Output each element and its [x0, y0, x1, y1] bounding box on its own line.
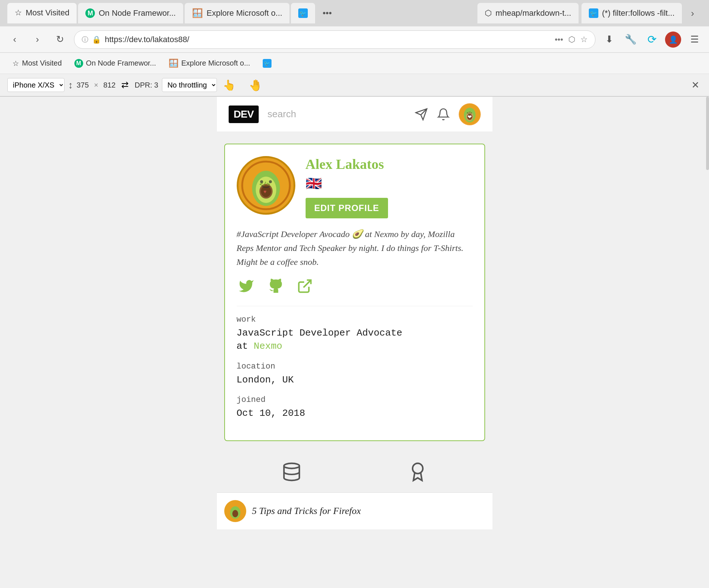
bookmark-favicon-microsoft: 🪟 [169, 59, 178, 68]
back-button[interactable]: ‹ [6, 31, 23, 48]
cursor-position-indicator: ↕ [68, 79, 73, 91]
mobile-viewport: DEV search [217, 97, 492, 536]
dev-toolbar: iPhone X/XS ↕ 375 × 812 ⇄ DPR: 3 No thro… [0, 74, 709, 97]
posts-icon[interactable] [281, 462, 302, 484]
browser-actions: ⬇ 🔧 ⟳ 👤 ☰ [601, 31, 703, 48]
profile-info: Alex Lakatos 🇬🇧 EDIT PROFILE [306, 156, 473, 218]
location-label: location [237, 362, 473, 371]
tab-label-most-visited: Most Visited [26, 8, 69, 18]
bookmark-medium[interactable]: M On Node Framewor... [69, 56, 161, 71]
tab-overflow-arrow[interactable]: › [683, 4, 702, 22]
github-social-icon[interactable] [267, 278, 284, 294]
profile-avatar: ♥ </> [237, 156, 295, 215]
tab-label-microsoft: Explore Microsoft o... [207, 8, 283, 18]
bookmarks-bar: ☆ Most Visited M On Node Framewor... 🪟 E… [0, 53, 709, 74]
tab-most-visited[interactable]: ☆ Most Visited [7, 3, 77, 23]
dpr-value: DPR: 3 [134, 81, 158, 89]
svg-point-18 [284, 463, 299, 469]
work-company-link[interactable]: Nexmo [254, 341, 282, 352]
bell-icon[interactable] [437, 108, 450, 121]
svg-point-15 [260, 180, 263, 183]
tab-microsoft[interactable]: 🪟 Explore Microsoft o... [185, 3, 290, 23]
user-avatar[interactable]: ❤ </> [459, 103, 481, 125]
tab-favicon-github: ⬡ [485, 8, 492, 18]
dev-logo[interactable]: DEV [229, 106, 259, 123]
reload-button[interactable]: ↻ [51, 31, 69, 48]
twitter-social-icon[interactable] [238, 278, 254, 294]
menu-button[interactable]: ☰ [686, 31, 703, 48]
location-value: London, UK [237, 373, 473, 387]
article-thumb [224, 500, 246, 522]
sync-button[interactable]: ⟳ [643, 31, 661, 48]
tab-twitter-2[interactable]: 🐦 (*) filter:follows -filt... [581, 3, 682, 23]
article-preview: 5 Tips and Tricks for Firefox [217, 492, 492, 529]
bookmark-most-visited[interactable]: ☆ Most Visited [7, 56, 67, 71]
info-icon: ⓘ [82, 35, 88, 44]
tab-overflow-dots[interactable]: ••• [317, 8, 337, 18]
tab-favicon-twitter-1: 🐦 [298, 8, 308, 18]
hand-cursor-display: 🤚 [249, 79, 262, 92]
tab-favicon-medium: M [85, 8, 95, 18]
article-avatar-image [226, 502, 245, 521]
profile-avatar-image: ♥ </> [240, 160, 292, 211]
tab-favicon-microsoft: 🪟 [192, 8, 203, 18]
profile-header: ♥ </> Alex Lakatos 🇬🇧 EDIT [237, 156, 473, 218]
tab-label-medium: On Node Framewor... [99, 8, 176, 18]
bookmark-favicon-medium: M [74, 59, 83, 68]
touch-icon[interactable]: 👆 [221, 77, 238, 93]
work-at: at [237, 341, 248, 352]
tools-button[interactable]: 🔧 [622, 31, 639, 48]
lock-icon: 🔒 [92, 35, 101, 44]
profile-avatar-wrap: ♥ </> [237, 156, 295, 215]
svg-text:♥: ♥ [263, 189, 266, 195]
svg-point-22 [232, 510, 238, 517]
tab-github[interactable]: ⬡ mheap/markdown-t... [477, 3, 579, 23]
viewport-height: 812 [103, 81, 115, 89]
tab-medium[interactable]: M On Node Framewor... [78, 3, 183, 23]
tab-favicon-twitter-2: 🐦 [589, 8, 598, 18]
joined-value: Oct 10, 2018 [237, 407, 473, 420]
dev-navbar: DEV search [217, 97, 492, 132]
profile-flag: 🇬🇧 [306, 176, 473, 191]
svg-text:</>: </> [467, 111, 472, 115]
download-button[interactable]: ⬇ [601, 31, 618, 48]
bookmark-label-medium: On Node Framewor... [86, 59, 156, 67]
forward-button[interactable]: › [29, 31, 46, 48]
scrollbar[interactable] [706, 97, 709, 170]
bottom-icons-row [217, 453, 492, 492]
profile-bio: #JavaScript Developer Avocado 🥑 at Nexmo… [237, 227, 473, 269]
bookmark-twitter[interactable]: 🐦 [258, 56, 277, 71]
star-icon[interactable]: ☆ [580, 35, 588, 44]
tab-label-github: mheap/markdown-t... [495, 8, 571, 18]
edit-profile-button[interactable]: EDIT PROFILE [306, 198, 388, 218]
profile-social [237, 278, 473, 294]
url-more-icon[interactable]: ••• [555, 35, 563, 44]
rotate-icon[interactable]: ⇄ [119, 78, 131, 92]
work-label: work [237, 315, 473, 324]
badges-icon[interactable] [407, 462, 428, 484]
profile-button[interactable]: 👤 [664, 31, 682, 48]
device-select[interactable]: iPhone X/XS [7, 78, 64, 92]
bookmark-label-microsoft: Explore Microsoft o... [181, 59, 250, 67]
svg-point-19 [413, 463, 423, 474]
content-area: DEV search [0, 97, 709, 536]
svg-line-17 [303, 280, 311, 287]
profile-card: ♥ </> Alex Lakatos 🇬🇧 EDIT [224, 144, 485, 441]
throttle-select[interactable]: No throttling [162, 78, 217, 92]
tab-bar: ☆ Most Visited M On Node Framewor... 🪟 E… [0, 0, 709, 26]
work-title: JavaScript Developer Advocate [237, 328, 402, 339]
search-placeholder-text[interactable]: search [267, 108, 406, 120]
address-bar: ‹ › ↻ ⓘ 🔒 https://dev.to/lakatos88/ ••• … [0, 26, 709, 53]
pocket-icon[interactable]: ⬡ [568, 35, 575, 44]
article-title[interactable]: 5 Tips and Tricks for Firefox [252, 506, 361, 517]
external-link-social-icon[interactable] [297, 278, 313, 294]
url-bar[interactable]: ⓘ 🔒 https://dev.to/lakatos88/ ••• ⬡ ☆ [74, 30, 595, 49]
url-text: https://dev.to/lakatos88/ [105, 35, 551, 44]
tab-right-group: ⬡ mheap/markdown-t... 🐦 (*) filter:follo… [477, 3, 682, 23]
send-icon[interactable] [415, 108, 428, 121]
tab-label-twitter-2: (*) filter:follows -filt... [602, 8, 675, 18]
work-value: JavaScript Developer Advocate at Nexmo [237, 326, 473, 353]
devtools-close-button[interactable]: ✕ [689, 77, 702, 93]
tab-twitter-1[interactable]: 🐦 [291, 3, 315, 23]
bookmark-microsoft[interactable]: 🪟 Explore Microsoft o... [163, 56, 255, 71]
